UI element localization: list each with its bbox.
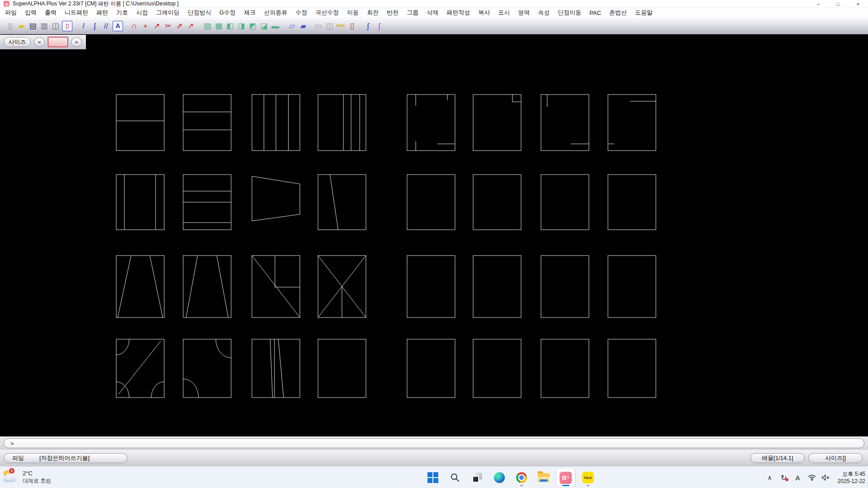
- pattern-piece[interactable]: [318, 95, 366, 151]
- command-input[interactable]: >: [4, 438, 864, 448]
- move-piece-icon[interactable]: ◪: [258, 20, 270, 32]
- menu-item-12[interactable]: 수정: [291, 8, 311, 17]
- tray-chevron-icon[interactable]: ∧: [766, 473, 774, 482]
- pattern-piece[interactable]: [608, 256, 656, 317]
- pattern-piece[interactable]: [252, 339, 300, 398]
- menu-item-5[interactable]: 기호: [112, 8, 132, 17]
- pattern-piece[interactable]: [407, 175, 455, 230]
- menu-item-18[interactable]: 삭제: [422, 8, 442, 17]
- menu-item-19[interactable]: 패턴작성: [442, 8, 474, 17]
- pattern-piece[interactable]: [407, 256, 455, 317]
- save-icon[interactable]: ▤: [27, 20, 38, 32]
- menu-item-15[interactable]: 회전: [363, 8, 383, 17]
- taskbar-chrome-button[interactable]: [512, 469, 531, 487]
- cut-arrow-icon[interactable]: ⇗: [174, 20, 185, 32]
- maximize-button[interactable]: □: [828, 0, 848, 8]
- pattern-piece[interactable]: [608, 95, 656, 151]
- new-file-icon[interactable]: ▯: [5, 20, 16, 32]
- pattern-piece[interactable]: [541, 256, 589, 317]
- pattern-piece[interactable]: [252, 95, 300, 151]
- arc-tool-icon[interactable]: ∩: [128, 20, 140, 32]
- copy-page-2-icon[interactable]: ▰: [298, 20, 309, 32]
- close-button[interactable]: ×: [848, 0, 868, 8]
- cross-tool-icon[interactable]: +: [140, 20, 151, 32]
- taskbar-superalpha-button[interactable]: α+: [557, 469, 575, 487]
- zoom-status-pill[interactable]: 배율[1/14.1]: [750, 453, 805, 463]
- pattern-piece[interactable]: [318, 256, 366, 317]
- weather-widget[interactable]: 9 2°C 대체로 흐림: [3, 469, 51, 486]
- rotate-piece-icon[interactable]: ◩: [247, 20, 258, 32]
- plotter-icon[interactable]: ▥: [38, 20, 50, 32]
- taskbar-kakaotalk-button[interactable]: TALK: [579, 469, 597, 487]
- pac-export-icon[interactable]: PAC: [335, 20, 346, 32]
- digitizer-icon[interactable]: ◫: [50, 20, 61, 32]
- parallel-tool-icon[interactable]: //: [100, 20, 112, 32]
- flip-piece-2-icon[interactable]: ◨: [236, 20, 247, 32]
- frame-icon[interactable]: ▭: [313, 20, 324, 32]
- menu-item-26[interactable]: 촌법선: [605, 8, 631, 17]
- pattern-piece[interactable]: [608, 339, 656, 398]
- pattern-piece[interactable]: [116, 256, 164, 317]
- menu-item-1[interactable]: 입력: [21, 8, 41, 17]
- text-tool-icon[interactable]: A: [113, 21, 123, 31]
- menu-item-22[interactable]: 영역: [514, 8, 534, 17]
- pattern-piece[interactable]: [183, 175, 231, 230]
- curve-edit-icon[interactable]: ∫: [362, 20, 374, 32]
- pattern-piece[interactable]: [318, 339, 366, 398]
- pattern-piece[interactable]: [473, 95, 521, 151]
- pattern-piece[interactable]: [252, 256, 300, 317]
- size-next-button[interactable]: »: [71, 37, 82, 47]
- menu-item-27[interactable]: 도움말: [631, 8, 657, 17]
- line-tool-icon[interactable]: /: [78, 20, 89, 32]
- menu-item-4[interactable]: 패턴: [92, 8, 112, 17]
- pattern-piece[interactable]: [183, 95, 231, 151]
- size-status-pill[interactable]: 사이즈[]: [808, 453, 863, 463]
- menu-item-0[interactable]: 파일: [1, 8, 21, 17]
- pattern-piece[interactable]: [183, 339, 231, 398]
- pattern-piece[interactable]: [407, 95, 455, 151]
- taskbar-start-button[interactable]: [424, 469, 442, 487]
- taskbar-edge-button[interactable]: [490, 469, 508, 487]
- menu-item-20[interactable]: 복사: [474, 8, 494, 17]
- clock[interactable]: 오후 5:45 2025-12-22: [838, 470, 865, 485]
- menu-item-9[interactable]: G수정: [215, 8, 240, 17]
- sync-icon[interactable]: ↻: [780, 473, 788, 482]
- seam-piece-icon[interactable]: ▧: [202, 20, 213, 32]
- menu-item-25[interactable]: PAC: [585, 8, 605, 17]
- pattern-piece[interactable]: [473, 175, 521, 230]
- size-value-box[interactable]: [48, 37, 68, 47]
- pattern-piece[interactable]: [608, 175, 656, 230]
- pattern-piece[interactable]: [407, 339, 455, 398]
- open-folder-icon[interactable]: ▰: [16, 20, 27, 32]
- size-tab-button[interactable]: 사이즈: [4, 37, 31, 47]
- menu-item-13[interactable]: 곡선수정: [311, 8, 343, 17]
- pattern-piece[interactable]: [116, 339, 164, 398]
- pattern-piece[interactable]: [318, 175, 366, 230]
- frame-2-icon[interactable]: ◫: [324, 20, 335, 32]
- pattern-piece[interactable]: [183, 256, 231, 317]
- pattern-piece[interactable]: [473, 339, 521, 398]
- curve-edit-2-icon[interactable]: ∫: [374, 20, 385, 32]
- eraser-icon[interactable]: ▬: [270, 20, 281, 32]
- menu-item-14[interactable]: 이동: [343, 8, 363, 17]
- pattern-canvas[interactable]: 사이즈 « »: [0, 35, 868, 436]
- ime-indicator[interactable]: A: [794, 473, 802, 482]
- menu-item-21[interactable]: 표시: [494, 8, 514, 17]
- flip-piece-icon[interactable]: ◧: [224, 20, 236, 32]
- menu-item-6[interactable]: 시접: [132, 8, 152, 17]
- pattern-piece[interactable]: [116, 175, 164, 230]
- minimize-button[interactable]: −: [808, 0, 828, 8]
- menu-item-7[interactable]: 그레이딩: [152, 8, 184, 17]
- menu-item-16[interactable]: 반전: [383, 8, 403, 17]
- pattern-piece[interactable]: [541, 175, 589, 230]
- pattern-piece[interactable]: [541, 95, 589, 151]
- notch-tool-icon[interactable]: ↗: [151, 20, 162, 32]
- volume-muted-icon[interactable]: [822, 473, 830, 482]
- cut-arrow-2-icon[interactable]: ↗: [185, 20, 196, 32]
- size-prev-button[interactable]: «: [34, 37, 45, 47]
- menu-item-2[interactable]: 출력: [41, 8, 61, 17]
- menu-item-3[interactable]: 니트패턴: [61, 8, 92, 17]
- taskbar-explorer-button[interactable]: [535, 469, 553, 487]
- seam-piece-2-icon[interactable]: ▦: [213, 20, 224, 32]
- menu-item-17[interactable]: 그룹: [403, 8, 422, 17]
